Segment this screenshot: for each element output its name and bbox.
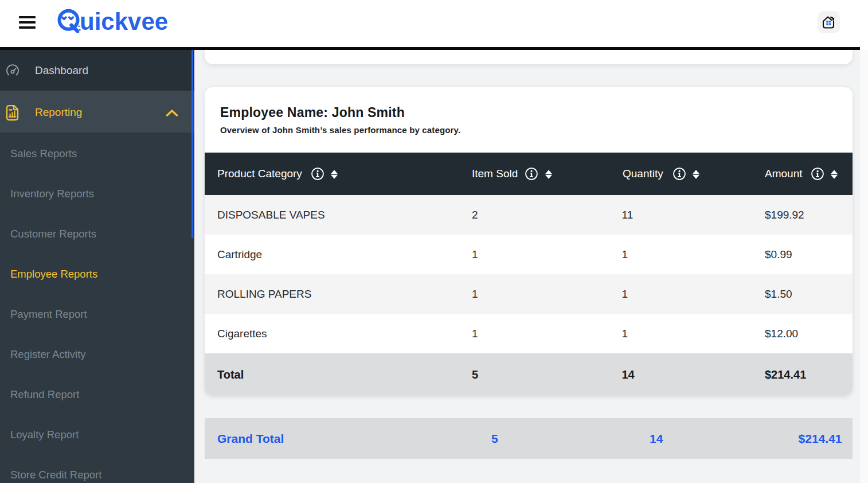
svg-text:uickvee: uickvee	[80, 8, 168, 35]
